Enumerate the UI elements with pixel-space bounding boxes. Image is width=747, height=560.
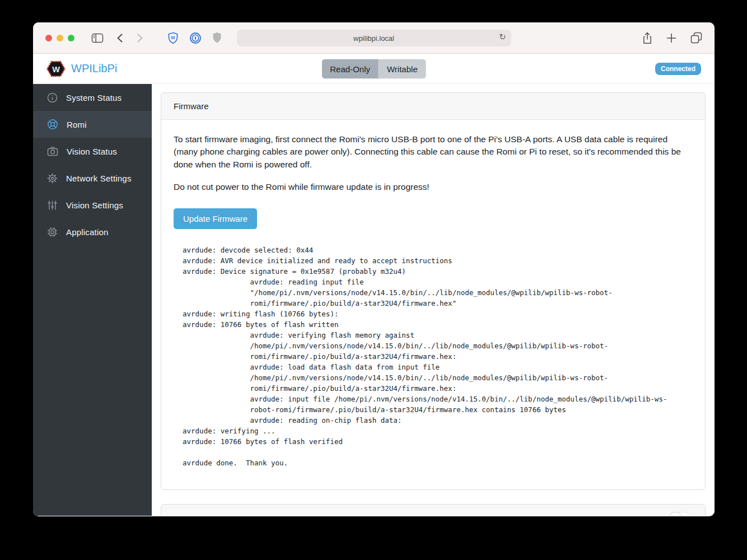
firmware-warning: Do not cut power to the Romi while firmw… [174,181,693,193]
content: System Status Romi [33,84,715,516]
back-button[interactable] [116,32,124,44]
sidebar-item-romi[interactable]: Romi [33,111,152,138]
onepassword-icon[interactable] [189,32,202,44]
traffic-lights [45,35,74,41]
sidebar-item-label: System Status [66,93,122,102]
firmware-card-body: To start firmware imaging, first connect… [161,120,705,489]
minimize-window-button[interactable] [57,35,63,41]
toggle-knob [668,512,683,516]
chip-icon [47,227,58,237]
content-blocker-shield-pause-icon[interactable] [167,32,179,44]
zoom-window-button[interactable] [68,35,74,41]
privacy-shield-icon[interactable] [212,32,222,44]
romi-robot-icon [47,119,58,130]
gear-icon [47,173,58,184]
main-content: Firmware To start firmware imaging, firs… [152,84,715,516]
mode-toggle: Read-Only Writable [321,59,426,78]
extension-buttons [167,32,222,44]
camera-icon [47,146,58,156]
avrdude-log-output: avrdude: devcode selected: 0x44 avrdude:… [174,245,693,468]
wpilib-logo-icon: W [46,60,66,77]
sidebar-item-application[interactable]: Application [33,218,152,245]
sidebar-item-label: Romi [67,120,87,129]
console-output-card: Console Output Enable [161,504,706,516]
share-icon[interactable] [642,32,652,44]
enable-label: Enable [637,514,663,516]
read-only-button[interactable]: Read-Only [321,59,379,78]
svg-text:W: W [52,64,60,73]
tab-overview-icon[interactable] [690,32,702,44]
address-bar[interactable]: wpilibpi.local ↻ [237,30,511,46]
sidebar-item-vision-status[interactable]: Vision Status [33,138,152,165]
firmware-card: Firmware To start firmware imaging, firs… [161,92,706,490]
sidebar-item-network-settings[interactable]: Network Settings [33,165,152,192]
forward-button[interactable] [136,32,144,44]
console-output-header: Console Output Enable [161,505,705,516]
sidebar-item-label: Vision Status [67,147,117,156]
sidebar-item-system-status[interactable]: System Status [33,84,152,111]
firmware-instructions: To start firmware imaging, first connect… [174,133,693,171]
brand: W WPILibPi [46,60,117,77]
reload-icon[interactable]: ↻ [499,32,506,42]
sidebar-item-label: Vision Settings [66,200,123,210]
update-firmware-button[interactable]: Update Firmware [174,208,257,229]
console-output-title: Console Output [174,514,232,516]
sidebar-toggle-icon[interactable] [91,32,104,44]
sidebar-item-vision-settings[interactable]: Vision Settings [33,192,152,218]
connected-status-badge: Connected [655,63,701,75]
sliders-icon [47,200,58,211]
sidebar-item-label: Application [66,227,109,237]
console-enable-control: Enable [637,512,693,516]
sidebar-item-label: Network Settings [66,174,132,183]
firmware-card-header: Firmware [161,93,705,120]
brand-name: WPILibPi [71,62,117,75]
new-tab-icon[interactable] [666,33,676,43]
firmware-card-title: Firmware [174,101,209,111]
info-circle-icon [47,92,58,103]
toolbar-right-icons [642,32,702,44]
close-window-button[interactable] [45,35,52,41]
sidebar-nav: System Status Romi [33,84,152,516]
writable-button[interactable]: Writable [379,59,426,78]
console-enable-toggle[interactable] [668,512,693,516]
browser-toolbar: wpilibpi.local ↻ [33,22,715,54]
app-header: W WPILibPi Read-Only Writable Connected [33,54,715,84]
url-text: wpilibpi.local [353,34,394,43]
safari-window: wpilibpi.local ↻ [33,22,715,516]
